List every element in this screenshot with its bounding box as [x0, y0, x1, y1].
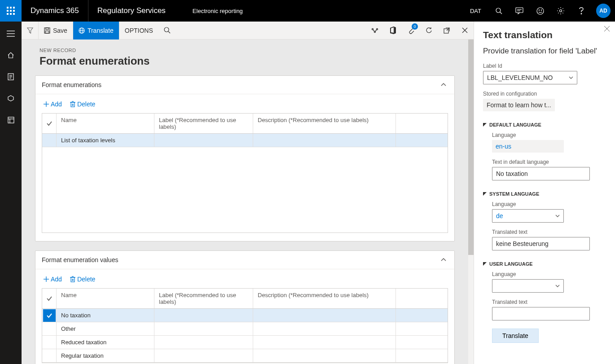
module-icon[interactable]	[0, 113, 22, 127]
search-action-icon[interactable]	[158, 22, 176, 39]
chevron-up-icon	[439, 255, 448, 264]
refresh-icon[interactable]	[420, 22, 438, 39]
table-row[interactable]: Reduced taxation	[42, 336, 448, 349]
col-name[interactable]: Name	[57, 114, 154, 133]
row-checkbox[interactable]	[42, 322, 57, 335]
options-button[interactable]: OPTIONS	[119, 22, 158, 39]
module-label[interactable]: Regulatory Services	[88, 0, 175, 22]
translate-button[interactable]: Translate	[73, 22, 119, 39]
row-checkbox[interactable]	[42, 134, 57, 147]
select-all-checkbox[interactable]	[42, 289, 57, 308]
search-icon[interactable]	[488, 0, 509, 22]
brand-label[interactable]: Dynamics 365	[22, 0, 88, 22]
filter-icon[interactable]	[22, 22, 39, 39]
svg-point-17	[560, 10, 562, 12]
top-navigation-bar: Dynamics 365 Regulatory Services Electro…	[0, 0, 615, 22]
close-pane-icon[interactable]	[604, 26, 610, 31]
table-row[interactable]: No taxation	[42, 309, 448, 322]
label-id-dropdown[interactable]: LBL_LEVELENUM_NO	[483, 71, 577, 84]
cell-label[interactable]	[154, 309, 253, 322]
attachments-icon[interactable]: 0	[402, 22, 420, 39]
table-row[interactable]: Other	[42, 322, 448, 336]
record-status: NEW RECORD	[40, 48, 450, 53]
menu-icon[interactable]	[0, 27, 22, 40]
cell-name[interactable]: Regular taxation	[57, 349, 154, 362]
chat-icon[interactable]	[509, 0, 530, 22]
cell-desc[interactable]	[253, 309, 396, 322]
add-button[interactable]: Add	[44, 101, 62, 108]
breadcrumb[interactable]: Electronic reporting	[175, 8, 261, 14]
gear-icon[interactable]	[550, 0, 571, 22]
svg-rect-5	[13, 10, 15, 12]
cell-label[interactable]	[154, 336, 253, 349]
connector-icon[interactable]	[366, 22, 384, 39]
user-text-input[interactable]	[492, 307, 590, 320]
system-text-input[interactable]: keine Besteuerung	[492, 237, 590, 250]
delete-button[interactable]: Delete	[70, 276, 95, 283]
save-icon	[44, 27, 50, 34]
system-language-section[interactable]: SYSTEM LANGUAGE	[483, 191, 606, 197]
col-name[interactable]: Name	[57, 289, 154, 308]
save-button[interactable]: Save	[39, 22, 73, 39]
cell-name[interactable]: List of taxation levels	[57, 134, 154, 147]
panel-header[interactable]: Format enumerations	[35, 76, 454, 94]
default-language-section[interactable]: DEFAULT LANGUAGE	[483, 122, 606, 127]
smiley-icon[interactable]	[530, 0, 550, 22]
col-label[interactable]: Label (*Recommended to use labels)	[154, 114, 253, 133]
table-row[interactable]: List of taxation levels	[42, 134, 448, 147]
label-id-value: LBL_LEVELENUM_NO	[487, 74, 553, 81]
label-id-label: Label Id	[483, 63, 606, 69]
delete-button[interactable]: Delete	[70, 101, 95, 108]
table-row[interactable]: Regular taxation	[42, 349, 448, 363]
row-checkbox[interactable]	[42, 309, 57, 322]
pane-title: Text translation	[483, 30, 606, 40]
svg-point-35	[164, 27, 169, 32]
default-text-input[interactable]: No taxation	[492, 167, 590, 180]
row-checkbox[interactable]	[42, 349, 57, 362]
select-all-checkbox[interactable]	[42, 114, 57, 133]
svg-line-36	[168, 31, 170, 33]
add-label: Add	[51, 101, 62, 108]
user-language-section[interactable]: USER LANGUAGE	[483, 261, 606, 267]
cell-label[interactable]	[154, 322, 253, 335]
legal-entity[interactable]: DAT	[463, 8, 488, 14]
cell-desc[interactable]	[253, 134, 396, 147]
svg-point-16	[541, 9, 541, 10]
home-icon[interactable]	[0, 48, 22, 62]
svg-rect-3	[7, 10, 9, 12]
avatar[interactable]: AD	[596, 4, 611, 18]
cell-desc[interactable]	[253, 349, 396, 362]
svg-rect-6	[7, 13, 9, 15]
col-label[interactable]: Label (*Recommended to use labels)	[154, 289, 253, 308]
pane-subtitle: Provide translation for field 'Label'	[483, 47, 606, 56]
save-label: Save	[53, 27, 67, 34]
close-icon[interactable]	[456, 22, 474, 39]
trash-icon	[70, 276, 75, 282]
default-lang-value[interactable]: en-us	[492, 140, 564, 153]
cell-name[interactable]: No taxation	[57, 309, 154, 322]
translate-action-button[interactable]: Translate	[492, 329, 539, 343]
popout-icon[interactable]	[438, 22, 456, 39]
row-checkbox[interactable]	[42, 336, 57, 349]
col-desc[interactable]: Description (*Recommended to use labels)	[253, 289, 396, 308]
cell-name[interactable]: Other	[57, 322, 154, 335]
trash-icon	[70, 101, 75, 107]
panel-header[interactable]: Format enumeration values	[35, 251, 454, 269]
scrollbar[interactable]	[468, 39, 474, 364]
add-button[interactable]: Add	[44, 276, 62, 283]
svg-point-18	[581, 13, 582, 14]
help-icon[interactable]	[571, 0, 592, 22]
cell-desc[interactable]	[253, 336, 396, 349]
panel-title: Format enumeration values	[42, 256, 439, 263]
user-lang-dropdown[interactable]	[492, 279, 564, 293]
cell-name[interactable]: Reduced taxation	[57, 336, 154, 349]
office-icon[interactable]	[384, 22, 402, 39]
col-desc[interactable]: Description (*Recommended to use labels)	[253, 114, 396, 133]
system-lang-dropdown[interactable]: de	[492, 209, 564, 223]
recent-icon[interactable]	[0, 70, 22, 83]
cell-label[interactable]	[154, 349, 253, 362]
workspace-icon[interactable]	[0, 92, 22, 105]
app-launcher-button[interactable]	[0, 0, 22, 22]
cell-desc[interactable]	[253, 322, 396, 335]
cell-label[interactable]	[154, 134, 253, 147]
